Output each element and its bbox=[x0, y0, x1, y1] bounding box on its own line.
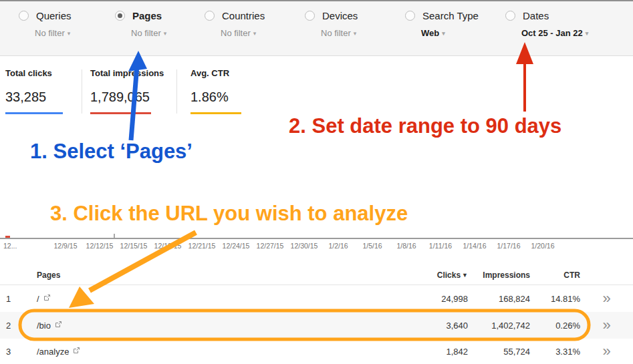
filter-group-search-type: Search Type Web▾ bbox=[405, 10, 479, 38]
filter-group-countries: Countries No filter▾ bbox=[205, 10, 265, 38]
page-url-link[interactable]: /bio bbox=[37, 321, 62, 331]
tab-countries[interactable]: Countries bbox=[205, 10, 265, 21]
filter-group-dates: Dates Oct 25 - Jan 22▾ bbox=[505, 10, 588, 38]
radio-icon[interactable] bbox=[19, 11, 29, 21]
row-number: 2 bbox=[0, 321, 32, 331]
metric-avg-ctr: Avg. CTR 1.86% bbox=[191, 68, 241, 114]
radio-icon[interactable] bbox=[205, 11, 215, 21]
row-number: 1 bbox=[0, 294, 32, 304]
tab-queries[interactable]: Queries bbox=[19, 10, 72, 21]
chevron-down-icon: ▾ bbox=[164, 30, 167, 37]
clicks-value: 1,842 bbox=[404, 347, 468, 357]
metric-label: Avg. CTR bbox=[191, 68, 241, 78]
filter-group-pages: Pages No filter▾ bbox=[115, 10, 166, 38]
x-axis-tick-label: 1/14/16 bbox=[463, 242, 486, 250]
ctr-value: 14.81% bbox=[530, 294, 580, 304]
metric-label: Total clicks bbox=[5, 68, 63, 78]
expand-row-icon[interactable]: » bbox=[602, 343, 610, 359]
radio-icon[interactable] bbox=[115, 11, 125, 21]
x-axis-tick-label: 12/24/15 bbox=[223, 242, 250, 250]
page-url-link[interactable]: /analyze bbox=[37, 347, 80, 357]
devices-filter-dropdown[interactable]: No filter▾ bbox=[321, 28, 358, 38]
metric-underline bbox=[90, 112, 151, 114]
clicks-value: 24,998 bbox=[404, 294, 468, 304]
annotation-step1: 1. Select ‘Pages’ bbox=[30, 140, 193, 164]
filter-group-devices: Devices No filter▾ bbox=[305, 10, 358, 38]
metric-underline bbox=[191, 112, 241, 114]
external-link-icon bbox=[43, 294, 51, 301]
ctr-value: 0.26% bbox=[530, 321, 580, 331]
radio-icon[interactable] bbox=[305, 11, 315, 21]
table-row-highlighted: 2 /bio 3,640 1,402,742 0.26% » bbox=[0, 312, 633, 339]
tab-label: Dates bbox=[523, 10, 549, 21]
tab-label: Countries bbox=[222, 10, 265, 21]
chart-x-axis-labels: 12...12/9/1512/12/1512/15/1512/18/1512/2… bbox=[0, 242, 633, 254]
x-axis-tick-label: 12/15/15 bbox=[120, 242, 148, 250]
ctr-value: 3.31% bbox=[530, 347, 580, 357]
metric-value: 33,285 bbox=[5, 89, 63, 105]
chevron-down-icon: ▾ bbox=[68, 30, 71, 37]
column-header-ctr[interactable]: CTR bbox=[530, 270, 580, 280]
x-axis-tick-label: 12/27/15 bbox=[257, 242, 284, 250]
chevron-down-icon: ▾ bbox=[586, 30, 589, 37]
tab-devices[interactable]: Devices bbox=[305, 10, 358, 21]
x-axis-tick-label: 12/18/15 bbox=[154, 242, 182, 250]
annotation-step2: 2. Set date range to 90 days bbox=[289, 114, 561, 138]
metric-divider bbox=[176, 69, 177, 114]
metric-underline bbox=[5, 112, 63, 114]
table-header-row: Pages Clicks▼ Impressions CTR bbox=[0, 265, 633, 285]
external-link-icon bbox=[55, 321, 62, 328]
radio-icon[interactable] bbox=[405, 11, 415, 21]
metric-total-impressions: Total impressions 1,789,065 bbox=[90, 68, 164, 114]
pages-filter-dropdown[interactable]: No filter▾ bbox=[131, 28, 166, 38]
metric-divider bbox=[82, 69, 82, 114]
search-type-dropdown[interactable]: Web▾ bbox=[421, 28, 479, 38]
metric-value: 1.86% bbox=[191, 89, 241, 105]
sort-desc-icon: ▼ bbox=[462, 272, 468, 279]
column-header-pages[interactable]: Pages bbox=[32, 270, 404, 280]
x-axis-tick-label: 1/20/16 bbox=[531, 242, 554, 250]
tab-pages[interactable]: Pages bbox=[115, 10, 166, 21]
chevron-down-icon: ▾ bbox=[253, 30, 257, 37]
table-row: 3 /analyze 1,842 55,724 3.31% » bbox=[0, 339, 633, 364]
metric-value: 1,789,065 bbox=[90, 89, 164, 105]
queries-filter-dropdown[interactable]: No filter▾ bbox=[35, 28, 72, 38]
column-header-clicks[interactable]: Clicks▼ bbox=[404, 270, 468, 280]
countries-filter-dropdown[interactable]: No filter▾ bbox=[221, 28, 265, 38]
row-number: 3 bbox=[0, 347, 32, 357]
impressions-value: 168,824 bbox=[468, 294, 530, 304]
tab-label: Pages bbox=[132, 10, 162, 21]
dates-range-dropdown[interactable]: Oct 25 - Jan 22▾ bbox=[521, 28, 588, 38]
radio-icon[interactable] bbox=[505, 11, 515, 21]
table-row: 1 / 24,998 168,824 14.81% » bbox=[0, 285, 633, 312]
x-axis-tick-label: 12/9/15 bbox=[53, 242, 77, 250]
tab-label: Search Type bbox=[422, 10, 479, 21]
x-axis-tick-label: 1/17/16 bbox=[497, 242, 520, 250]
tab-search-type[interactable]: Search Type bbox=[405, 10, 479, 21]
x-axis-tick-label: 12/21/15 bbox=[188, 242, 216, 250]
page-url-link[interactable]: / bbox=[37, 294, 51, 304]
chevron-down-icon: ▾ bbox=[354, 30, 357, 37]
filter-bar: Queries No filter▾ Pages No filter▾ Coun… bbox=[0, 0, 633, 56]
impressions-value: 55,724 bbox=[468, 347, 530, 357]
column-header-impressions[interactable]: Impressions bbox=[468, 270, 530, 280]
expand-row-icon[interactable]: » bbox=[602, 290, 610, 307]
external-link-icon bbox=[73, 347, 80, 354]
clicks-value: 3,640 bbox=[404, 321, 468, 331]
chart-axis-line bbox=[0, 238, 633, 239]
tab-dates[interactable]: Dates bbox=[505, 10, 588, 21]
x-axis-tick-label: 1/2/16 bbox=[328, 242, 348, 250]
filter-group-queries: Queries No filter▾ bbox=[19, 10, 72, 38]
x-axis-tick-label: 1/8/16 bbox=[396, 242, 416, 250]
x-axis-tick-label: 12/12/15 bbox=[86, 242, 114, 250]
pages-table: Pages Clicks▼ Impressions CTR 1 / 24,998… bbox=[0, 265, 633, 364]
chevron-down-icon: ▾ bbox=[442, 30, 445, 37]
metric-total-clicks: Total clicks 33,285 bbox=[5, 68, 63, 114]
x-axis-tick-label: 1/11/16 bbox=[429, 242, 452, 250]
tab-label: Devices bbox=[322, 10, 358, 21]
expand-row-icon[interactable]: » bbox=[602, 317, 610, 333]
chart-tick-mark bbox=[114, 234, 115, 238]
x-axis-tick-label: 12... bbox=[3, 242, 17, 250]
x-axis-tick-label: 1/5/16 bbox=[362, 242, 382, 250]
metric-label: Total impressions bbox=[90, 68, 164, 78]
